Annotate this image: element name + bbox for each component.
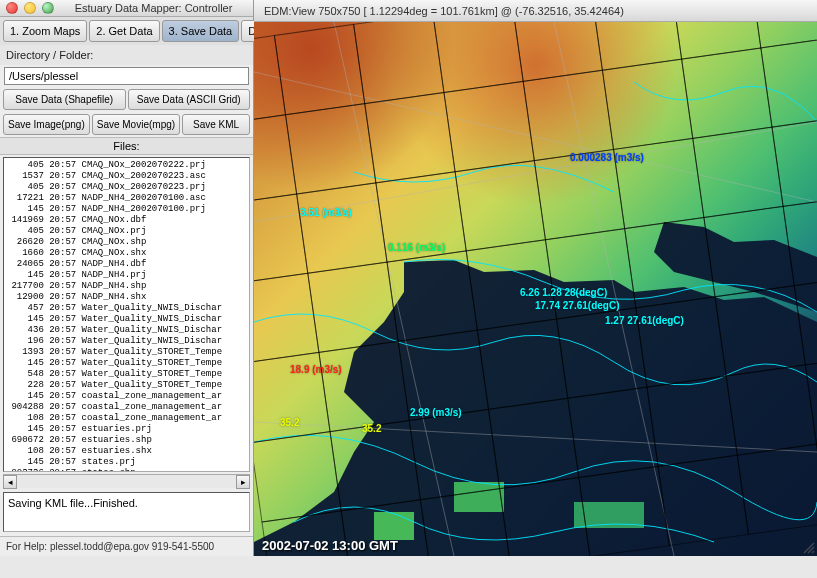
file-row[interactable]: 141969 20:57 CMAQ_NOx.dbf [6, 215, 247, 226]
file-row[interactable]: 217700 20:57 NADP_NH4.shp [6, 281, 247, 292]
directory-input[interactable] [4, 67, 249, 85]
map-value-label: 35.2 [280, 417, 299, 428]
svg-rect-0 [454, 482, 504, 512]
file-row[interactable]: 436 20:57 Water_Quality_NWIS_Dischar [6, 325, 247, 336]
file-row[interactable]: 17221 20:57 NADP_NH4_2002070100.asc [6, 193, 247, 204]
scroll-left-icon[interactable]: ◂ [3, 475, 17, 489]
file-row[interactable]: 1660 20:57 CMAQ_NOx.shx [6, 248, 247, 259]
window-controls [6, 2, 54, 14]
status-text: Saving KML file...Finished. [3, 492, 250, 532]
map-value-label: 0.116 (m3/s) [388, 242, 445, 253]
file-row[interactable]: 904288 20:57 coastal_zone_management_ar [6, 402, 247, 413]
map-value-label: 35.2 [362, 423, 381, 434]
map-value-label: 2.99 (m3/s) [410, 407, 462, 418]
tabs-row: 1. Zoom Maps 2. Get Data 3. Save Data Do… [0, 17, 253, 45]
svg-rect-13 [591, 22, 681, 70]
file-row[interactable]: 145 20:57 states.prj [6, 457, 247, 468]
svg-rect-9 [274, 24, 364, 114]
viewer-titlebar: EDM:View 750x750 [ 1.12294deg = 101.761k… [254, 0, 817, 22]
map-value-label: 1.27 27.61(degC) [605, 315, 684, 326]
file-row[interactable]: 145 20:57 estuaries.prj [6, 424, 247, 435]
file-row[interactable]: 108 20:57 coastal_zone_management_ar [6, 413, 247, 424]
file-row[interactable]: 12900 20:57 NADP_NH4.shx [6, 292, 247, 303]
file-row[interactable]: 108 20:57 estuaries.shx [6, 446, 247, 457]
file-row[interactable]: 196 20:57 Water_Quality_NWIS_Dischar [6, 336, 247, 347]
svg-rect-21 [602, 59, 692, 149]
file-row[interactable]: 690672 20:57 estuaries.shp [6, 435, 247, 446]
zoom-icon[interactable] [42, 2, 54, 14]
map-value-label: 0.000283 (m3/s) [570, 152, 644, 163]
svg-line-66 [812, 551, 814, 553]
save-kml-button[interactable]: Save KML [182, 114, 250, 135]
svg-rect-11 [433, 22, 523, 92]
file-row[interactable]: 26620 20:57 CMAQ_NOx.shp [6, 237, 247, 248]
svg-rect-14 [670, 22, 760, 59]
file-row[interactable]: 405 20:57 CMAQ_NOx_2002070223.prj [6, 182, 247, 193]
save-movie-button[interactable]: Save Movie(mpg) [92, 114, 180, 135]
svg-rect-32 [254, 273, 319, 363]
save-image-button[interactable]: Save Image(png) [3, 114, 90, 135]
controller-panel: Estuary Data Mapper: Controller 1. Zoom … [0, 0, 254, 556]
map-canvas[interactable]: 0.000283 (m3/s)3.51 (m3/s)0.116 (m3/s)6.… [254, 22, 817, 556]
close-icon[interactable] [6, 2, 18, 14]
file-row[interactable]: 145 20:57 coastal_zone_management_ar [6, 391, 247, 402]
file-row[interactable]: 405 20:57 CMAQ_NOx.prj [6, 226, 247, 237]
file-row[interactable]: 145 20:57 NADP_NH4.prj [6, 270, 247, 281]
tab-save-data[interactable]: 3. Save Data [162, 20, 240, 42]
map-value-label: 6.26 1.28 28(degC) [520, 287, 607, 298]
file-row[interactable]: 145 20:57 NADP_NH4_2002070100.prj [6, 204, 247, 215]
file-row[interactable]: 145 20:57 Water_Quality_NWIS_Dischar [6, 314, 247, 325]
file-row[interactable]: 903736 20:57 states.shp [6, 468, 247, 473]
files-header: Files: [0, 137, 253, 155]
file-row[interactable]: 1537 20:57 CMAQ_NOx_2002070223.asc [6, 171, 247, 182]
horizontal-scrollbar[interactable]: ◂ ▸ [3, 474, 250, 488]
save-ascii-button[interactable]: Save Data (ASCII Grid) [128, 89, 251, 110]
files-list[interactable]: 405 20:57 CMAQ_NOx_2002070222.prj 1537 2… [3, 157, 250, 473]
file-row[interactable]: 145 20:57 Water_Quality_STORET_Tempe [6, 358, 247, 369]
svg-rect-30 [693, 127, 783, 217]
map-value-label: 17.74 27.61(degC) [535, 300, 620, 311]
file-row[interactable]: 405 20:57 CMAQ_NOx_2002070222.prj [6, 160, 247, 171]
file-row[interactable]: 24065 20:57 NADP_NH4.dbf [6, 259, 247, 270]
svg-rect-22 [682, 48, 772, 138]
viewer-panel: EDM:View 750x750 [ 1.12294deg = 101.761k… [254, 0, 817, 556]
controller-title: Estuary Data Mapper: Controller [60, 2, 247, 14]
timestamp-overlay: 2002-07-02 13:00 GMT [254, 535, 817, 556]
svg-rect-15 [750, 22, 817, 48]
help-bar: For Help: plessel.todd@epa.gov 919-541-5… [0, 536, 253, 556]
scroll-right-icon[interactable]: ▸ [236, 475, 250, 489]
svg-rect-16 [254, 115, 297, 205]
minimize-icon[interactable] [24, 2, 36, 14]
resize-grip-icon[interactable] [801, 540, 815, 554]
tab-get-data[interactable]: 2. Get Data [89, 20, 159, 42]
tab-zoom-maps[interactable]: 1. Zoom Maps [3, 20, 87, 42]
directory-label: Directory / Folder: [0, 45, 253, 65]
file-row[interactable]: 228 20:57 Water_Quality_STORET_Tempe [6, 380, 247, 391]
controller-titlebar: Estuary Data Mapper: Controller [0, 0, 253, 17]
svg-rect-10 [354, 22, 444, 104]
file-row[interactable]: 548 20:57 Water_Quality_STORET_Tempe [6, 369, 247, 380]
map-value-label: 18.9 (m3/s) [290, 364, 342, 375]
svg-rect-18 [365, 92, 455, 182]
save-shapefile-button[interactable]: Save Data (Shapefile) [3, 89, 126, 110]
file-row[interactable]: 457 20:57 Water_Quality_NWIS_Dischar [6, 303, 247, 314]
file-row[interactable]: 1393 20:57 Water_Quality_STORET_Tempe [6, 347, 247, 358]
map-value-label: 3.51 (m3/s) [300, 207, 352, 218]
viewer-title: EDM:View 750x750 [ 1.12294deg = 101.761k… [260, 5, 811, 17]
